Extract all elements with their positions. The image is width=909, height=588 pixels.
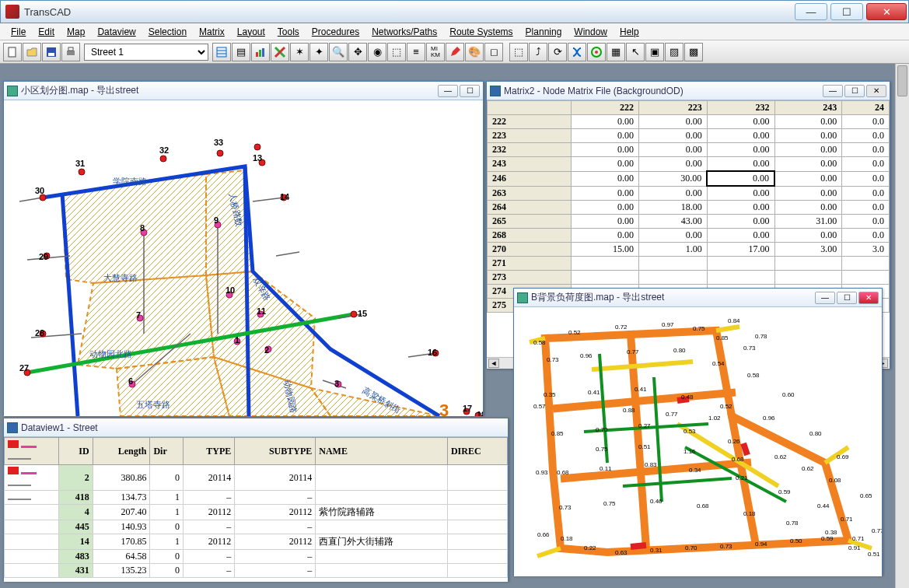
menu-matrix[interactable]: Matrix [193,25,231,39]
svg-text:6: 6 [128,376,133,386]
svg-rect-3 [67,51,75,55]
svg-text:0.66: 0.66 [537,531,550,538]
menu-dataview[interactable]: Dataview [91,25,142,39]
map1-titlebar[interactable]: 小区划分图.map - 导出street — ☐ [4,82,483,100]
map1-min[interactable]: — [438,85,458,97]
tool-icon[interactable]: ▩ [684,43,703,61]
open-button[interactable] [23,43,41,61]
pencil-icon[interactable] [446,43,464,61]
matrix-max[interactable]: ☐ [844,85,865,97]
map-icon [517,292,528,303]
map2-titlebar[interactable]: B背景负荷度图.map - 导出street — ☐ ✕ [514,289,882,307]
svg-text:0.51: 0.51 [638,443,651,450]
close-button[interactable]: ✕ [866,3,907,20]
svg-text:0.73: 0.73 [743,345,756,352]
svg-text:学院南路: 学院南路 [113,177,147,186]
menu-planning[interactable]: Planning [519,25,568,39]
new-button[interactable] [3,43,22,61]
theme-icon[interactable] [271,43,289,61]
svg-text:11: 11 [257,306,266,316]
scale-icon[interactable]: MIKM [426,43,445,61]
flow-icon[interactable] [587,43,606,61]
zoom-icon[interactable]: 🔍 [329,43,348,61]
menu-layout[interactable]: Layout [231,25,271,39]
svg-text:0.18: 0.18 [561,535,573,542]
app-title: TransCAD [24,6,793,18]
main-toolbar: Street 1 ▤ ✶ ✦ 🔍 ✥ ◉ ⬚ ≡ MIKM 🎨 ◻ ⬚ ⤴ ⟳ … [0,40,909,64]
edit-icon[interactable]: ▣ [645,43,664,61]
palette-icon[interactable]: 🎨 [465,43,484,61]
svg-text:0.59: 0.59 [821,535,834,542]
maximize-button[interactable]: ☐ [830,3,863,20]
svg-text:0.73: 0.73 [547,356,559,363]
pan-icon[interactable]: ✥ [348,43,367,61]
svg-rect-8 [256,52,258,57]
svg-text:0.26: 0.26 [728,438,740,445]
tag-icon[interactable]: ◻ [484,43,503,61]
svg-text:31: 31 [75,159,85,168]
menu-window[interactable]: Window [568,25,614,39]
layer-dropdown[interactable]: Street 1 [84,44,208,61]
menu-route[interactable]: Route Systems [443,25,519,39]
extent-icon[interactable]: ⬚ [387,43,406,61]
grid-icon[interactable] [212,43,231,61]
map1-canvas[interactable]: 30 31 32 33 13 8 9 29 14 10 7 11 15 28 1… [4,100,483,416]
svg-text:8: 8 [140,223,145,233]
check-icon[interactable]: ▨ [665,43,683,61]
svg-text:0.88: 0.88 [623,407,635,414]
svg-text:0.48: 0.48 [681,394,694,401]
menu-selection[interactable]: Selection [142,25,193,39]
map2-canvas[interactable]: 0.520.720.970.750.850.730.730.960.770.80… [514,307,882,576]
matrix-titlebar[interactable]: Matrix2 - Node Matrix File (BackgroundOD… [487,82,890,100]
map2-max[interactable]: ☐ [837,292,857,304]
network-icon[interactable] [568,43,586,61]
save-button[interactable] [42,43,61,61]
svg-text:0.59: 0.59 [778,488,791,495]
menu-tools[interactable]: Tools [271,25,306,39]
menu-file[interactable]: File [5,25,32,39]
menu-edit[interactable]: Edit [32,25,61,39]
menu-help[interactable]: Help [614,25,645,39]
map2-close[interactable]: ✕ [858,292,879,304]
scroll-left-icon[interactable]: ◄ [488,359,499,368]
dv-titlebar[interactable]: Dataview1 - Street [4,418,508,437]
path-icon[interactable]: ⤴ [529,43,547,61]
map1-title: 小区划分图.map - 导出street [21,84,438,97]
list-icon[interactable]: ≡ [407,43,425,61]
layers-icon[interactable]: ▤ [232,43,250,61]
svg-text:1.16: 1.16 [683,448,696,455]
svg-text:大慧寺路: 大慧寺路 [103,273,138,282]
menu-procedures[interactable]: Procedures [306,25,365,39]
map2-min[interactable]: — [815,292,835,304]
select-icon[interactable]: ✶ [290,43,309,61]
matrix-icon[interactable]: ▦ [607,43,625,61]
svg-text:13: 13 [253,153,262,163]
svg-text:0.65: 0.65 [860,492,872,499]
svg-text:0.52: 0.52 [720,403,732,410]
route-icon[interactable]: ⟳ [548,43,567,61]
pointer-icon[interactable]: ↖ [626,43,645,61]
app-icon [5,5,19,19]
minimize-button[interactable]: — [795,3,827,20]
map1-max[interactable]: ☐ [460,85,480,97]
app-titlebar: TransCAD — ☐ ✕ [0,0,909,23]
dv-title: Dataview1 - Street [21,422,505,433]
svg-rect-10 [262,48,264,57]
chart-icon[interactable] [251,43,270,61]
svg-line-17 [253,198,284,201]
menu-networks[interactable]: Networks/Paths [365,25,443,39]
svg-text:0.58: 0.58 [747,372,760,379]
wand-icon[interactable]: ✦ [309,43,328,61]
svg-text:0.34: 0.34 [689,467,701,474]
globe-icon[interactable]: ◉ [368,43,386,61]
app-vscrollbar[interactable] [895,64,909,588]
matrix-min[interactable]: — [823,85,843,97]
svg-text:五塔寺路: 五塔寺路 [136,400,170,409]
menu-map[interactable]: Map [61,25,91,39]
scrollbar-thumb[interactable] [897,65,907,96]
matrix-close[interactable]: ✕ [866,85,886,97]
print-button[interactable] [61,43,80,61]
dv-grid[interactable]: IDLength DirTYPE SUBTYPENAME DIREC 2380.… [4,437,508,582]
svg-rect-2 [48,53,54,56]
net-icon[interactable]: ⬚ [509,43,528,61]
